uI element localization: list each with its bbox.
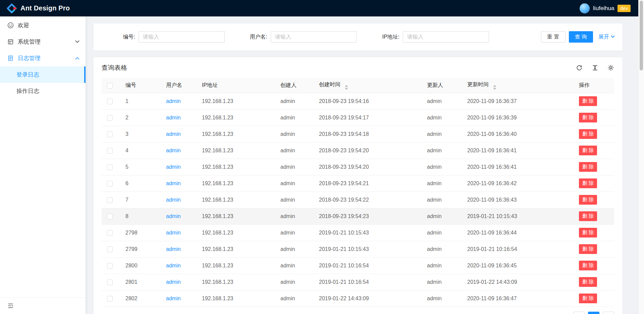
delete-button[interactable]: 删 除 <box>579 96 597 106</box>
username-link[interactable]: admin <box>166 246 181 252</box>
row-checkbox[interactable] <box>107 148 113 154</box>
cell-ip: 192.168.1.23 <box>195 241 274 257</box>
cell-updater: admin <box>420 142 461 159</box>
username-link[interactable]: admin <box>166 263 181 268</box>
row-checkbox[interactable] <box>107 99 113 104</box>
toolbar-icons <box>576 64 614 71</box>
sorter-icon[interactable] <box>493 85 496 90</box>
delete-button[interactable]: 删 除 <box>579 228 597 238</box>
username-link[interactable]: admin <box>166 197 181 203</box>
cell-updated-at: 2019-01-21 10:16:54 <box>461 241 572 257</box>
delete-button[interactable]: 删 除 <box>579 129 597 139</box>
table-title: 查询表格 <box>102 63 127 72</box>
row-checkbox[interactable] <box>107 132 113 137</box>
sidebar-item-login-log[interactable]: 登录日志 <box>0 66 86 83</box>
row-checkbox[interactable] <box>107 164 113 170</box>
cell-updated-at: 2020-11-09 16:36:41 <box>461 159 572 175</box>
delete-button[interactable]: 删 除 <box>579 178 597 188</box>
username[interactable]: liufeihua <box>593 5 614 12</box>
row-checkbox[interactable] <box>107 230 113 236</box>
expand-link[interactable]: 展开 <box>598 34 614 41</box>
cell-created-at: 2019-01-21 10:16:54 <box>312 257 420 274</box>
row-checkbox[interactable] <box>107 115 113 121</box>
row-checkbox[interactable] <box>107 247 113 252</box>
cell-created-at: 2018-09-23 19:54:20 <box>312 159 420 175</box>
row-checkbox[interactable] <box>107 214 113 219</box>
cell-creator: admin <box>274 241 312 257</box>
cell-updated-at: 2020-11-09 16:36:37 <box>461 93 572 109</box>
reset-button[interactable]: 重 置 <box>541 31 565 43</box>
pagination-page-1[interactable]: 1 <box>588 312 599 314</box>
ip-input[interactable] <box>403 31 489 43</box>
cell-created-at: 2018-09-23 19:54:16 <box>312 93 420 109</box>
delete-button[interactable]: 删 除 <box>579 277 597 287</box>
sidebar-item-operation-log[interactable]: 操作日志 <box>0 83 86 99</box>
table-row: 7 admin 192.168.1.23 admin 2018-09-23 19… <box>102 192 614 208</box>
row-checkbox[interactable] <box>107 296 113 302</box>
username-link[interactable]: admin <box>166 296 181 301</box>
username-link[interactable]: admin <box>166 213 181 219</box>
cell-created-at: 2018-09-23 19:54:23 <box>312 208 420 224</box>
id-input[interactable] <box>139 31 225 43</box>
delete-button[interactable]: 删 除 <box>579 113 597 122</box>
page-scrollbar[interactable] <box>638 0 644 314</box>
table-row: 3 admin 192.168.1.23 admin 2018-09-23 19… <box>102 126 614 142</box>
avatar[interactable] <box>580 3 590 13</box>
table-body: 1 admin 192.168.1.23 admin 2018-09-23 19… <box>102 93 614 307</box>
username-link[interactable]: admin <box>166 131 181 137</box>
delete-button[interactable]: 删 除 <box>579 261 597 270</box>
column-updated-at[interactable]: 更新时间 <box>461 78 572 93</box>
cell-ip: 192.168.1.23 <box>195 290 274 307</box>
username-link[interactable]: admin <box>166 230 181 235</box>
row-checkbox[interactable] <box>107 181 113 187</box>
pagination-prev[interactable]: ‹ <box>573 312 585 314</box>
header-user-area: liufeihua dev <box>580 3 631 13</box>
username-link[interactable]: admin <box>166 115 181 120</box>
row-checkbox[interactable] <box>107 263 113 269</box>
menu-fold-icon[interactable] <box>7 303 14 309</box>
delete-button[interactable]: 删 除 <box>579 146 597 155</box>
sorter-icon[interactable] <box>345 85 348 90</box>
log-management-icon <box>7 55 14 61</box>
username-link[interactable]: admin <box>166 180 181 186</box>
select-all-checkbox[interactable] <box>107 83 113 89</box>
scrollbar-thumb[interactable] <box>640 1 643 70</box>
column-height-icon[interactable] <box>592 64 598 71</box>
cell-ip: 192.168.1.23 <box>195 274 274 290</box>
username-link[interactable]: admin <box>166 148 181 153</box>
username-link[interactable]: admin <box>166 279 181 285</box>
delete-button[interactable]: 删 除 <box>579 195 597 205</box>
row-checkbox[interactable] <box>107 197 113 203</box>
cell-creator: admin <box>274 290 312 307</box>
sidebar-item-log-management[interactable]: 日志管理 <box>0 50 86 66</box>
column-creator: 创建人 <box>274 78 312 93</box>
sidebar-item-system-management[interactable]: 系统管理 <box>0 34 86 50</box>
settings-gear-icon[interactable] <box>607 64 614 71</box>
pagination-next[interactable]: › <box>603 312 614 314</box>
caret-down-icon <box>493 88 496 90</box>
cell-creator: admin <box>274 159 312 175</box>
username-link[interactable]: admin <box>166 164 181 170</box>
delete-button[interactable]: 删 除 <box>579 211 597 221</box>
cell-username: admin <box>159 208 195 224</box>
cell-updater: admin <box>420 159 461 175</box>
username-input[interactable] <box>271 31 357 43</box>
delete-button[interactable]: 删 除 <box>579 294 597 303</box>
sidebar-item-welcome[interactable]: 欢迎 <box>0 17 86 34</box>
cell-updater: admin <box>420 192 461 208</box>
cell-creator: admin <box>274 126 312 142</box>
search-button[interactable]: 查 询 <box>569 31 593 43</box>
column-created-at[interactable]: 创建时间 <box>312 78 420 93</box>
table-row: 4 admin 192.168.1.23 admin 2018-09-23 19… <box>102 142 614 159</box>
delete-button[interactable]: 删 除 <box>579 162 597 172</box>
cell-username: admin <box>159 290 195 307</box>
ant-design-logo-icon <box>7 3 17 13</box>
delete-button[interactable]: 删 除 <box>579 244 597 254</box>
row-checkbox[interactable] <box>107 279 113 285</box>
reload-icon[interactable] <box>576 64 583 71</box>
logo[interactable]: Ant Design Pro <box>7 3 70 13</box>
cell-updater: admin <box>420 224 461 241</box>
username-link[interactable]: admin <box>166 98 181 104</box>
cell-id: 6 <box>119 175 159 192</box>
cell-creator: admin <box>274 192 312 208</box>
